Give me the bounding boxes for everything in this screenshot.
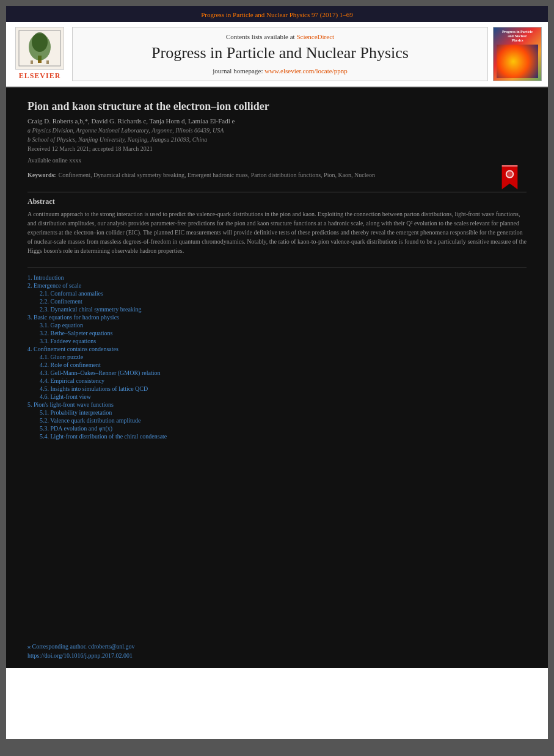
article-title-section: Pion and kaon structure at the electron–… bbox=[27, 87, 527, 186]
toc-item[interactable]: 2.1. Conformal anomalies bbox=[27, 290, 527, 297]
article-title: Pion and kaon structure at the electron–… bbox=[27, 100, 527, 114]
toc-item[interactable]: 2.3. Dynamical chiral symmetry breaking bbox=[27, 306, 527, 313]
contents-label: Contents lists available at bbox=[226, 33, 295, 40]
footer-email-link[interactable]: cdroberts@anl.gov bbox=[88, 643, 134, 650]
svg-point-3 bbox=[32, 32, 48, 52]
toc-item[interactable]: 5.1. Probability interpretation bbox=[27, 409, 527, 416]
table-of-contents: 1. Introduction2. Emergence of scale2.1.… bbox=[27, 267, 527, 440]
journal-name: Progress in Particle and Nuclear Physics bbox=[151, 44, 409, 62]
footer-email-label: ⁎ Corresponding author. bbox=[27, 643, 87, 650]
svg-point-8 bbox=[507, 171, 513, 177]
content-area: Pion and kaon structure at the electron–… bbox=[6, 87, 548, 637]
paper-footer: ⁎ Corresponding author. cdroberts@anl.go… bbox=[6, 637, 548, 668]
homepage-link[interactable]: www.elsevier.com/locate/ppnp bbox=[264, 67, 348, 75]
sciencedirect-link[interactable]: ScienceDirect bbox=[296, 33, 334, 40]
cover-image bbox=[497, 45, 538, 78]
journal-header: ELSEVIER Contents lists available at Sci… bbox=[6, 22, 548, 87]
toc-item[interactable]: 5.2. Valence quark distribution amplitud… bbox=[27, 417, 527, 424]
toc-item[interactable]: 4.5. Insights into simulations of lattic… bbox=[27, 385, 527, 392]
elsevier-tree-image bbox=[15, 27, 64, 70]
elsevier-label: ELSEVIER bbox=[19, 71, 61, 81]
toc-item[interactable]: 4.6. Light-front view bbox=[27, 393, 527, 400]
toc-item[interactable]: 3.3. Faddeev equations bbox=[27, 338, 527, 344]
toc-container: 1. Introduction2. Emergence of scale2.1.… bbox=[27, 274, 527, 440]
footer-doi[interactable]: https://doi.org/10.1016/j.ppnp.2017.02.0… bbox=[27, 652, 527, 659]
journal-reference-link[interactable]: Progress in Particle and Nuclear Physics… bbox=[201, 11, 353, 18]
toc-item[interactable]: 4. Confinement contains condensates bbox=[27, 346, 527, 352]
footer-email: ⁎ Corresponding author. cdroberts@anl.go… bbox=[27, 643, 527, 650]
toc-item[interactable]: 5.3. PDA evolution and φπ(x) bbox=[27, 425, 527, 432]
toc-item[interactable]: 4.2. Role of confinement bbox=[27, 362, 527, 368]
affiliation-2: b School of Physics, Nanjing University,… bbox=[27, 136, 527, 143]
keywords-label: Keywords: bbox=[27, 172, 56, 178]
sciencedirect-line: Contents lists available at ScienceDirec… bbox=[226, 33, 334, 40]
keywords-section: Keywords: Confinement, Dynamical chiral … bbox=[27, 169, 527, 180]
abstract-section: Abstract A continuum approach to the str… bbox=[27, 192, 527, 255]
received-info: Received 12 March 2021; accepted 18 Marc… bbox=[27, 145, 527, 152]
elsevier-logo: ELSEVIER bbox=[12, 27, 67, 81]
bookmark-icon[interactable] bbox=[499, 165, 520, 189]
svg-rect-4 bbox=[31, 60, 33, 64]
toc-item[interactable]: 5.4. Light-front distribution of the chi… bbox=[27, 433, 527, 440]
abstract-title: Abstract bbox=[27, 197, 527, 206]
doi-link[interactable]: https://doi.org/10.1016/j.ppnp.2017.02.0… bbox=[27, 652, 133, 659]
page-wrapper: Progress in Particle and Nuclear Physics… bbox=[0, 0, 554, 756]
available-info: Available online xxxx bbox=[27, 157, 527, 164]
toc-item[interactable]: 5. Pion's light-front wave functions bbox=[27, 401, 527, 408]
toc-item[interactable]: 3. Basic equations for hadron physics bbox=[27, 314, 527, 321]
keywords-text: Confinement, Dynamical chiral symmetry b… bbox=[59, 172, 375, 178]
toc-item[interactable]: 2.2. Confinement bbox=[27, 298, 527, 305]
toc-item[interactable]: 1. Introduction bbox=[27, 274, 527, 281]
toc-item[interactable]: 4.4. Empirical consistency bbox=[27, 377, 527, 384]
top-bar: Progress in Particle and Nuclear Physics… bbox=[6, 6, 548, 22]
homepage-line: journal homepage: www.elsevier.com/locat… bbox=[213, 67, 347, 75]
journal-title-block: Contents lists available at ScienceDirec… bbox=[72, 27, 488, 81]
abstract-text: A continuum approach to the strong inter… bbox=[27, 209, 527, 255]
cover-title: Progress in Particleand NuclearPhysics bbox=[502, 30, 533, 43]
toc-item[interactable]: 3.2. Bethe–Salpeter equations bbox=[27, 330, 527, 336]
toc-item[interactable]: 3.1. Gap equation bbox=[27, 322, 527, 329]
journal-cover: Progress in Particleand NuclearPhysics bbox=[493, 27, 542, 81]
homepage-label: journal homepage: bbox=[213, 67, 263, 75]
toc-item[interactable]: 4.3. Gell-Mann–Oakes–Renner (GMOR) relat… bbox=[27, 369, 527, 376]
authors: Craig D. Roberts a,b,*, David G. Richard… bbox=[27, 117, 527, 125]
toc-item[interactable]: 2. Emergence of scale bbox=[27, 282, 527, 289]
toc-item[interactable]: 4.1. Gluon puzzle bbox=[27, 354, 527, 360]
svg-rect-5 bbox=[46, 60, 49, 64]
affiliation-1: a Physics Division, Argonne National Lab… bbox=[27, 127, 527, 134]
paper: Progress in Particle and Nuclear Physics… bbox=[6, 6, 548, 739]
